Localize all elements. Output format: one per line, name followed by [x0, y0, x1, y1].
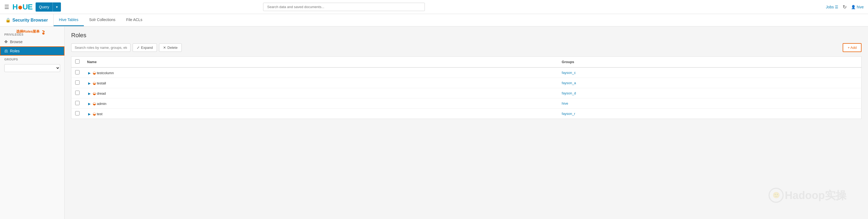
row-select-checkbox[interactable]	[75, 70, 80, 74]
row-group-link[interactable]: fayson_r	[562, 112, 575, 116]
roles-table: Name Groups ▶ ◒ testcolumn fayson_c	[71, 56, 862, 119]
row-role-icon: ◒	[93, 71, 96, 75]
jobs-filter-icon: ☰	[835, 5, 838, 9]
expand-button[interactable]: ⤢ Expand	[133, 43, 157, 52]
top-nav: ☰ H●UE Query ▼ Jobs ☰ ↻ 👤 hive	[0, 0, 868, 14]
search-roles-input[interactable]	[71, 43, 130, 52]
row-role-icon: ◒	[93, 81, 96, 85]
row-group-cell: hive	[558, 98, 862, 109]
annotation-text: 选择Roles菜单	[16, 29, 40, 34]
security-browser-link[interactable]: 🔒 Security Browser	[0, 14, 54, 26]
expand-label: Expand	[141, 45, 153, 50]
sidebar: PRIVILEGES ✥ Browse 选择Roles菜单 ↴ ⚖ Roles …	[0, 26, 65, 219]
row-role-icon: ◒	[93, 101, 96, 106]
user-link[interactable]: 👤 hive	[851, 5, 864, 9]
browse-icon: ✥	[4, 39, 8, 44]
row-name-cell: ▶ ◒ testcolumn	[83, 67, 558, 78]
row-select-checkbox[interactable]	[75, 81, 80, 85]
groups-select[interactable]	[4, 64, 60, 72]
tabs: Hive Tables Solr Collections File ACLs	[54, 14, 148, 26]
tab-file-acls[interactable]: File ACLs	[121, 14, 148, 26]
row-checkbox-cell	[71, 78, 84, 88]
table-row: ▶ ◒ dread fayson_d	[71, 88, 862, 98]
logo: H●UE	[12, 3, 32, 11]
table-row: ▶ ◒ testall fayson_a	[71, 78, 862, 88]
add-button[interactable]: + Add	[843, 43, 862, 52]
main-content: PRIVILEGES ✥ Browse 选择Roles菜单 ↴ ⚖ Roles …	[0, 26, 868, 219]
row-name: dread	[97, 91, 106, 95]
content-area: Roles ⤢ Expand ✕ Delete + Add	[65, 26, 868, 219]
row-group-cell: fayson_c	[558, 67, 862, 78]
toolbar: ⤢ Expand ✕ Delete + Add	[71, 43, 862, 52]
query-label: Query	[36, 5, 52, 9]
jobs-link[interactable]: Jobs ☰	[826, 5, 839, 9]
sub-nav: 🔒 Security Browser Hive Tables Solr Coll…	[0, 14, 868, 26]
delete-label: Delete	[167, 45, 178, 50]
row-name-cell: ▶ ◒ testall	[83, 78, 558, 88]
security-browser-label: Security Browser	[12, 18, 48, 23]
user-label: hive	[857, 5, 864, 9]
table-header-row: Name Groups	[71, 57, 862, 68]
browse-label: Browse	[10, 40, 23, 44]
row-checkbox-cell	[71, 109, 84, 119]
row-group-link[interactable]: hive	[562, 101, 568, 105]
row-expand-button[interactable]: ▶	[87, 112, 92, 116]
row-expand-button[interactable]: ▶	[87, 82, 92, 85]
jobs-label: Jobs	[826, 5, 834, 9]
row-group-cell: fayson_d	[558, 88, 862, 98]
row-checkbox-cell	[71, 67, 84, 78]
annotation-tooltip: 选择Roles菜单 ↴	[16, 27, 46, 34]
select-all-checkbox[interactable]	[75, 59, 80, 64]
row-group-cell: fayson_r	[558, 109, 862, 119]
add-btn-wrapper: + Add	[843, 43, 862, 52]
row-select-checkbox[interactable]	[75, 111, 80, 116]
col-checkbox-header	[71, 57, 84, 68]
row-group-cell: fayson_a	[558, 78, 862, 88]
query-button[interactable]: Query ▼	[36, 2, 61, 11]
row-name-cell: ▶ ◒ dread	[83, 88, 558, 98]
user-icon: 👤	[851, 5, 856, 9]
query-caret-icon[interactable]: ▼	[53, 5, 61, 9]
table-row: ▶ ◒ test fayson_r	[71, 109, 862, 119]
row-role-icon: ◒	[93, 91, 96, 95]
row-name: test	[97, 112, 102, 116]
tab-solr-collections[interactable]: Solr Collections	[84, 14, 121, 26]
table-row: ▶ ◒ testcolumn fayson_c	[71, 67, 862, 78]
table-row: ▶ ◒ admin hive	[71, 98, 862, 109]
row-group-link[interactable]: fayson_d	[562, 91, 576, 95]
row-expand-button[interactable]: ▶	[87, 71, 92, 75]
expand-icon: ⤢	[137, 45, 140, 50]
row-name: testcolumn	[97, 71, 114, 75]
row-checkbox-cell	[71, 88, 84, 98]
row-name: testall	[97, 81, 106, 85]
search-input[interactable]	[263, 3, 425, 11]
row-role-icon: ◒	[93, 112, 96, 116]
hamburger-icon[interactable]: ☰	[4, 4, 9, 10]
row-name-cell: ▶ ◒ test	[83, 109, 558, 119]
roles-label: Roles	[10, 49, 20, 53]
nav-right: Jobs ☰ ↻ 👤 hive	[826, 4, 864, 10]
row-group-link[interactable]: fayson_c	[562, 71, 576, 75]
add-label: + Add	[847, 45, 857, 50]
lock-icon: 🔒	[5, 18, 11, 23]
delete-button[interactable]: ✕ Delete	[159, 43, 182, 52]
row-checkbox-cell	[71, 98, 84, 109]
sidebar-item-roles[interactable]: ⚖ Roles	[0, 46, 64, 56]
sidebar-item-browse[interactable]: ✥ Browse 选择Roles菜单 ↴	[0, 37, 64, 46]
col-groups-header: Groups	[558, 57, 862, 68]
delete-icon: ✕	[163, 45, 166, 50]
page-title: Roles	[71, 32, 862, 39]
search-bar	[263, 3, 425, 11]
roles-icon: ⚖	[4, 49, 8, 53]
history-icon[interactable]: ↻	[843, 4, 847, 10]
groups-dropdown-wrapper	[0, 62, 64, 74]
col-name-header: Name	[83, 57, 558, 68]
row-select-checkbox[interactable]	[75, 101, 80, 105]
row-expand-button[interactable]: ▶	[87, 92, 92, 95]
row-select-checkbox[interactable]	[75, 91, 80, 95]
tab-hive-tables[interactable]: Hive Tables	[54, 14, 84, 26]
row-name: admin	[97, 102, 106, 106]
groups-label: GROUPS	[0, 56, 64, 62]
row-expand-button[interactable]: ▶	[87, 102, 92, 106]
row-group-link[interactable]: fayson_a	[562, 81, 576, 85]
